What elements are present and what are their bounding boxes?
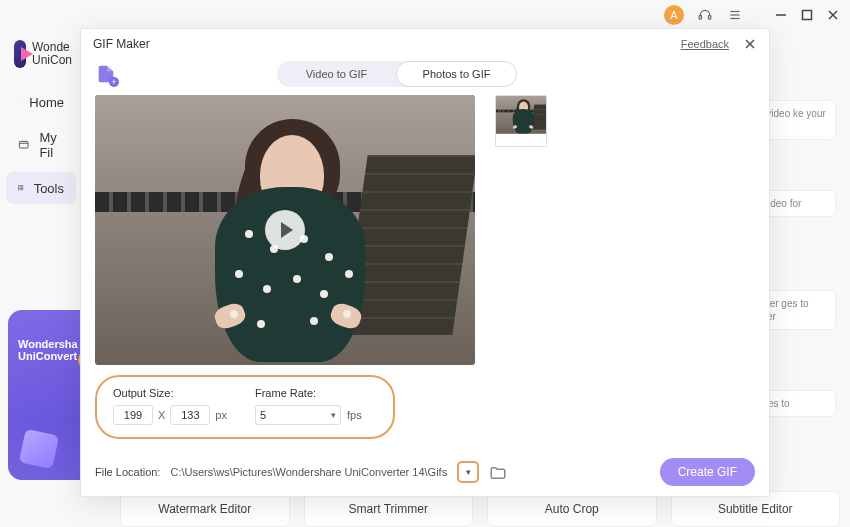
menu-icon[interactable] [726, 6, 744, 24]
play-button[interactable] [265, 210, 305, 250]
window-minimize-button[interactable] [774, 8, 788, 22]
chevron-down-icon: ▾ [466, 467, 471, 477]
frame-rate-select[interactable]: 5 ▾ [255, 405, 341, 425]
thumbnail-strip [495, 95, 755, 442]
user-avatar[interactable]: A [664, 5, 684, 25]
frame-rate-value: 5 [260, 409, 266, 421]
tool-label: Smart Trimmer [349, 502, 428, 516]
tool-label: Subtitle Editor [718, 502, 793, 516]
svg-rect-1 [709, 16, 711, 19]
file-location-path: C:\Users\ws\Pictures\Wondershare UniConv… [170, 466, 447, 478]
output-settings-highlight: Output Size: X px Frame Rate: 5 [95, 375, 395, 439]
app-logo: Wonde UniCon [0, 36, 82, 84]
file-location-row: File Location: C:\Users\ws\Pictures\Wond… [95, 458, 755, 486]
create-gif-button[interactable]: Create GIF [660, 458, 755, 486]
logo-mark-icon [14, 40, 26, 68]
window-close-button[interactable] [826, 8, 840, 22]
output-height-input[interactable] [170, 405, 210, 425]
sidebar-item-tools[interactable]: Tools [6, 172, 76, 204]
svg-rect-0 [699, 16, 701, 19]
svg-rect-12 [21, 186, 23, 188]
frame-rate-label: Frame Rate: [255, 387, 362, 399]
modal-title: GIF Maker [93, 37, 150, 51]
files-icon [18, 137, 29, 153]
mode-tabs: Video to GIF Photos to GIF [277, 61, 517, 87]
tab-video-to-gif[interactable]: Video to GIF [277, 61, 396, 87]
px-unit: px [215, 409, 227, 421]
svg-rect-13 [19, 188, 21, 190]
file-location-label: File Location: [95, 466, 160, 478]
tool-label: Watermark Editor [158, 502, 251, 516]
size-separator: X [158, 409, 165, 421]
tab-label: Photos to GIF [423, 68, 491, 80]
tab-label: Video to GIF [306, 68, 368, 80]
avatar-initial: A [670, 9, 677, 21]
fps-unit: fps [347, 409, 362, 421]
modal-close-button[interactable] [743, 37, 757, 51]
sidebar-item-label: My Fil [39, 130, 64, 160]
headset-icon[interactable] [696, 6, 714, 24]
sidebar-item-label: Home [29, 95, 64, 110]
sidebar-item-home[interactable]: Home [6, 86, 76, 118]
feedback-link[interactable]: Feedback [681, 38, 729, 50]
home-icon [18, 94, 19, 110]
output-width-input[interactable] [113, 405, 153, 425]
preview-pane [95, 95, 475, 365]
chevron-down-icon: ▾ [331, 410, 336, 420]
add-media-button[interactable]: + [95, 63, 117, 85]
thumbnail-1[interactable] [495, 95, 547, 147]
promo-cube-icon [19, 429, 59, 469]
open-folder-button[interactable] [489, 464, 507, 480]
svg-rect-11 [19, 186, 21, 188]
modal-tab-row: + Video to GIF Photos to GIF [95, 61, 755, 87]
plus-icon: + [109, 77, 119, 87]
window-maximize-button[interactable] [800, 8, 814, 22]
svg-rect-14 [21, 188, 23, 190]
tools-icon [18, 180, 24, 196]
file-location-dropdown[interactable]: ▾ [457, 461, 479, 483]
tool-label: Auto Crop [545, 502, 599, 516]
app-brand-text: Wonde UniCon [32, 41, 72, 67]
create-gif-label: Create GIF [678, 465, 737, 479]
gif-maker-modal: GIF Maker Feedback + Video to GIF Photos… [80, 28, 770, 497]
output-size-label: Output Size: [113, 387, 227, 399]
brand-line2: UniCon [32, 54, 72, 67]
tab-photos-to-gif[interactable]: Photos to GIF [396, 61, 517, 87]
svg-rect-9 [19, 142, 28, 149]
sidebar-item-label: Tools [34, 181, 64, 196]
modal-header: GIF Maker Feedback [81, 29, 769, 59]
svg-rect-6 [803, 11, 812, 20]
main-titlebar: A [0, 0, 850, 30]
sidebar-item-my-files[interactable]: My Fil [6, 122, 76, 168]
